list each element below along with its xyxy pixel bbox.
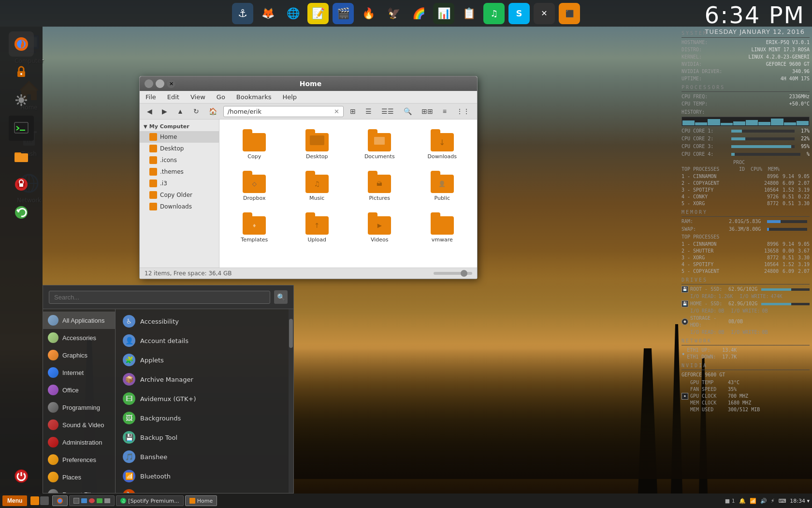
- chrome-dock-icon[interactable]: 🌐: [282, 3, 304, 24]
- cat-admin[interactable]: Administration: [43, 433, 115, 451]
- cat-graphics[interactable]: Graphics: [43, 346, 115, 364]
- fm-file-upload[interactable]: ↑ Upload: [287, 208, 348, 247]
- fm-file-downloads[interactable]: ↓ Downloads: [412, 124, 473, 164]
- fm-list-view-btn[interactable]: ≡: [439, 105, 450, 117]
- fm-view-btn2[interactable]: ☰: [362, 105, 375, 117]
- panel-undo-btn[interactable]: [9, 200, 34, 225]
- fm-file-templates[interactable]: ♦ Templates: [224, 208, 285, 247]
- fm-minimize-btn[interactable]: [145, 79, 153, 88]
- fm-menu-view[interactable]: View: [188, 92, 207, 102]
- bird-dock-icon[interactable]: 🦅: [383, 3, 404, 24]
- workspace1[interactable]: [30, 496, 39, 505]
- fm-menu-go[interactable]: Go: [215, 92, 227, 102]
- cat-sound[interactable]: Sound & Video: [43, 416, 115, 433]
- fm-file-videos[interactable]: ▶ Videos: [349, 208, 410, 247]
- spotify-dock-icon[interactable]: ♫: [483, 3, 505, 24]
- fm-file-documents[interactable]: Documents: [349, 124, 410, 164]
- fm-window-controls: ✕: [145, 79, 175, 88]
- cat-places[interactable]: Places: [43, 468, 115, 486]
- notes-dock-icon[interactable]: 📝: [307, 3, 329, 24]
- fm-search-btn[interactable]: 🔍: [400, 105, 415, 117]
- taskbar-home[interactable]: Home: [185, 495, 217, 506]
- fm-sidebar-copyolder[interactable]: Copy Older: [140, 189, 219, 201]
- fm-file-music[interactable]: ♫ Music: [287, 166, 348, 205]
- x-dock-icon[interactable]: ✕: [534, 3, 555, 24]
- panel-terminal-btn[interactable]: [9, 116, 34, 141]
- app-bluetooth[interactable]: 📶 Bluetooth: [116, 466, 289, 486]
- fm-menu-edit[interactable]: Edit: [165, 92, 181, 102]
- panel-folder-btn[interactable]: [9, 144, 34, 169]
- notepad-dock-icon[interactable]: 📋: [458, 3, 479, 24]
- panel-lock-btn[interactable]: [9, 172, 34, 197]
- fm-file-vmware[interactable]: vmware: [412, 208, 473, 247]
- menu-search-input[interactable]: [49, 291, 270, 304]
- fm-up-btn[interactable]: ▲: [174, 105, 187, 117]
- fm-file-dropbox[interactable]: ◇ Dropbox: [224, 166, 285, 205]
- app-backup-tool[interactable]: 💾 Backup Tool: [116, 428, 289, 447]
- fm-maximize-btn[interactable]: [156, 79, 164, 88]
- fm-menu-help[interactable]: Help: [280, 92, 299, 102]
- fm-menu-file[interactable]: File: [144, 92, 158, 102]
- fm-sidebar-themes[interactable]: .themes: [140, 166, 219, 178]
- skype-dock-icon[interactable]: S: [508, 3, 530, 24]
- app-archive-manager[interactable]: 📦 Archive Manager: [116, 370, 289, 389]
- panel-power-btn[interactable]: [9, 463, 34, 489]
- burn-dock-icon[interactable]: 🔥: [358, 3, 379, 24]
- cat-internet[interactable]: Internet: [43, 364, 115, 381]
- app-boot-repair[interactable]: 🔧 Boot Repair: [116, 486, 289, 493]
- fm-sidebar-icons[interactable]: .icons: [140, 154, 219, 166]
- workspace2[interactable]: [40, 496, 49, 505]
- fm-sidebar-desktop[interactable]: Desktop: [140, 143, 219, 154]
- fm-forward-btn[interactable]: ▶: [159, 105, 171, 117]
- video-dock-icon[interactable]: 🎬: [333, 3, 354, 24]
- cat-recent[interactable]: Recent Files: [43, 486, 115, 493]
- panel-privacy-btn[interactable]: [9, 60, 34, 85]
- fm-view-btn1[interactable]: ⊞: [347, 105, 359, 117]
- cat-preferences[interactable]: Preferences: [43, 451, 115, 468]
- fm-file-pictures[interactable]: 🏔 Pictures: [349, 166, 410, 205]
- fm-menu-bookmarks[interactable]: Bookmarks: [234, 92, 274, 102]
- rainbow-dock-icon[interactable]: 🌈: [408, 3, 429, 24]
- fm-close-btn[interactable]: ✕: [167, 79, 175, 88]
- window-dock-icon[interactable]: ⬛: [559, 3, 580, 24]
- app-accessibility[interactable]: ♿ Accessibility: [116, 312, 289, 331]
- app-applets[interactable]: 🧩 Applets: [116, 350, 289, 370]
- taskbar-menu-button[interactable]: Menu: [2, 495, 27, 506]
- sysmon-root-read-label: I/O READ:: [690, 293, 716, 300]
- monitor-dock-icon[interactable]: 📊: [433, 3, 454, 24]
- fm-sidebar-downloads[interactable]: Downloads: [140, 201, 219, 212]
- fm-view-btn3[interactable]: ☰☰: [378, 105, 397, 117]
- firefox-dock-icon[interactable]: 🦊: [257, 3, 278, 24]
- panel-firefox-btn[interactable]: [9, 31, 34, 57]
- fm-home-btn[interactable]: 🏠: [205, 105, 220, 117]
- fm-grid-view-btn[interactable]: ⊞⊞: [418, 105, 436, 117]
- fm-back-btn[interactable]: ◀: [144, 105, 156, 117]
- fm-path-bar[interactable]: /home/erik ✕: [223, 106, 344, 117]
- menu-search-button[interactable]: 🔍: [274, 290, 288, 304]
- fm-file-desktop[interactable]: Desktop: [287, 124, 348, 164]
- app-account[interactable]: 👤 Account details: [116, 331, 289, 350]
- menu-scroll-thumb[interactable]: [289, 319, 293, 348]
- taskbar-filemanager[interactable]: [69, 495, 115, 506]
- fm-file-public[interactable]: 👤 Public: [412, 166, 473, 205]
- cat-programming[interactable]: Programming: [43, 399, 115, 416]
- app-avidemux[interactable]: 🎞 Avidemux (GTK+): [116, 389, 289, 408]
- anchor-icon[interactable]: ⚓: [232, 3, 253, 24]
- fm-file-copy[interactable]: Copy: [224, 124, 285, 164]
- cat-all-apps[interactable]: All Applications: [43, 312, 115, 329]
- fm-sidebar-i3[interactable]: .i3: [140, 178, 219, 189]
- panel-settings-btn[interactable]: [9, 88, 34, 113]
- taskbar-spotify[interactable]: ♫ [Spotify Premium...: [116, 495, 183, 506]
- fm-details-view-btn[interactable]: ⋮⋮: [453, 105, 473, 117]
- fm-zoom-slider[interactable]: [434, 272, 472, 275]
- cat-office[interactable]: Office: [43, 381, 115, 399]
- cat-accessories[interactable]: Accessories: [43, 329, 115, 346]
- fm-sidebar-home[interactable]: Home: [140, 131, 219, 143]
- fm-refresh-btn[interactable]: ↻: [190, 105, 203, 117]
- menu-scrollbar[interactable]: [289, 309, 293, 493]
- app-backgrounds[interactable]: 🖼 Backgrounds: [116, 408, 289, 428]
- fm-zoom-thumb[interactable]: [461, 270, 467, 277]
- taskbar-firefox[interactable]: [52, 495, 68, 506]
- fm-path-clear-icon[interactable]: ✕: [334, 108, 339, 115]
- app-banshee[interactable]: 🎵 Banshee: [116, 447, 289, 466]
